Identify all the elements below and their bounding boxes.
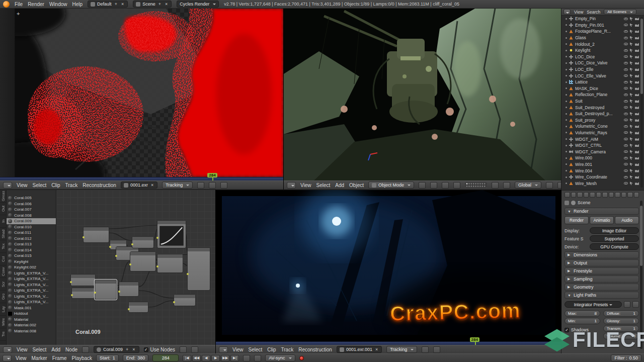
visibility-eye-icon[interactable] xyxy=(624,24,628,26)
expander-dot[interactable] xyxy=(566,81,567,83)
preset-add-button[interactable] xyxy=(624,301,630,308)
node[interactable] xyxy=(95,280,117,300)
category-tab[interactable]: Scr xyxy=(0,278,7,291)
pin-icon[interactable] xyxy=(422,346,429,353)
expander-dot[interactable] xyxy=(566,151,567,152)
renderable-camera-icon[interactable] xyxy=(635,100,639,103)
solve-icon[interactable] xyxy=(197,182,204,189)
visibility-eye-icon[interactable] xyxy=(624,81,628,83)
tree-unlink-button[interactable]: × xyxy=(131,347,136,352)
node[interactable] xyxy=(187,247,210,291)
property-value-dropdown[interactable]: Image Editor xyxy=(590,227,639,234)
renderable-camera-icon[interactable] xyxy=(635,138,639,141)
renderable-camera-icon[interactable] xyxy=(635,163,639,166)
outliner-row[interactable]: Glass xyxy=(561,35,640,41)
renderable-camera-icon[interactable] xyxy=(635,74,639,77)
properties-section-header[interactable]: ▶ Geometry xyxy=(565,284,639,291)
object-name[interactable]: Volumetric_Rays xyxy=(575,130,622,135)
material-list-item[interactable]: Keylight xyxy=(7,259,56,265)
category-tab[interactable]: Shad xyxy=(0,228,7,240)
properties-section-header[interactable]: ▶ Dimensions xyxy=(565,251,639,258)
material-list-item[interactable]: Material xyxy=(7,317,56,323)
expander-dot[interactable] xyxy=(566,69,567,70)
visibility-eye-icon[interactable] xyxy=(624,125,628,128)
orientation-selector[interactable]: Global xyxy=(515,182,541,189)
expander-dot[interactable] xyxy=(566,119,567,121)
property-value-dropdown[interactable]: GPU Compute xyxy=(590,243,639,250)
properties-tab-icon[interactable] xyxy=(577,192,583,198)
material-list-item[interactable]: Lights_EXTRA_V... xyxy=(7,270,56,277)
pin-icon[interactable] xyxy=(209,182,216,189)
outliner-row[interactable]: Wire.001 xyxy=(561,161,640,168)
visibility-eye-icon[interactable] xyxy=(624,43,628,45)
selectable-arrow-icon[interactable] xyxy=(630,162,633,166)
material-list-item[interactable]: Lights_EXTRA_V... xyxy=(7,299,56,305)
menu-item[interactable]: Reconstruction xyxy=(298,347,332,352)
properties-tab-icon[interactable] xyxy=(590,192,595,198)
expander-dot[interactable] xyxy=(566,183,567,184)
properties-tab-icon[interactable] xyxy=(596,192,602,198)
layout-close-button[interactable]: × xyxy=(120,2,125,7)
selectable-arrow-icon[interactable] xyxy=(630,42,633,46)
outliner-row[interactable]: Volumetric_Cone xyxy=(561,123,640,130)
outliner-row[interactable]: Keylight xyxy=(561,47,640,54)
outliner-display-mode[interactable]: All Scenes xyxy=(604,9,636,15)
object-name[interactable]: LOC_Elle_Valve xyxy=(575,73,622,78)
selectable-arrow-icon[interactable] xyxy=(630,30,633,33)
transport-button[interactable]: ▶| xyxy=(230,355,239,361)
menu-item[interactable]: View xyxy=(300,183,311,188)
category-tab[interactable]: Greas xyxy=(0,190,7,203)
category-tab[interactable]: Out xyxy=(0,203,7,215)
object-name[interactable]: Suit_Destroyed_p... xyxy=(575,111,622,116)
selectable-arrow-icon[interactable] xyxy=(630,125,633,128)
integrator-presets-dropdown[interactable]: Integrator Presets xyxy=(565,301,622,308)
manipulator-rotate-icon[interactable] xyxy=(453,182,460,189)
visibility-eye-icon[interactable] xyxy=(624,55,628,58)
category-tab[interactable]: Col xyxy=(0,253,7,265)
renderable-camera-icon[interactable] xyxy=(635,87,639,90)
selectable-arrow-icon[interactable] xyxy=(630,86,633,90)
menu-item[interactable]: Track xyxy=(65,183,78,188)
selectable-arrow-icon[interactable] xyxy=(630,175,633,179)
renderable-camera-icon[interactable] xyxy=(635,112,639,115)
property-value-dropdown[interactable]: Supported xyxy=(590,235,639,242)
visibility-eye-icon[interactable] xyxy=(624,169,628,172)
object-name[interactable]: Glass xyxy=(575,35,622,40)
object-name[interactable]: Wire_Mesh xyxy=(575,181,622,186)
material-list-item[interactable]: Coral.005 xyxy=(7,195,56,201)
expander-dot[interactable] xyxy=(566,176,567,178)
renderable-camera-icon[interactable] xyxy=(635,30,639,33)
render-engine-selector[interactable]: Cycles Render xyxy=(177,1,219,8)
outliner-view-menu[interactable]: View xyxy=(574,10,583,15)
selectable-arrow-icon[interactable] xyxy=(630,61,633,65)
editor-type-icon[interactable] xyxy=(564,9,571,15)
outliner-row[interactable]: Wire.004 xyxy=(561,167,640,174)
material-list-item[interactable]: Lights_EXTRA_V... xyxy=(7,276,56,282)
preset-remove-button[interactable] xyxy=(632,301,639,308)
selectable-arrow-icon[interactable] xyxy=(630,23,633,27)
visibility-eye-icon[interactable] xyxy=(624,100,628,103)
renderable-camera-icon[interactable] xyxy=(635,156,639,159)
expander-dot[interactable] xyxy=(566,87,567,89)
clip-cache-strip[interactable]: 284 xyxy=(0,177,283,180)
outliner-row[interactable]: Suit_Destroyed xyxy=(561,104,640,111)
renderable-camera-icon[interactable] xyxy=(635,106,639,109)
current-frame-field[interactable]: 284 xyxy=(152,354,179,361)
outliner-row[interactable]: LOC_Elle xyxy=(561,66,640,73)
visibility-eye-icon[interactable] xyxy=(624,94,628,96)
expander-dot[interactable] xyxy=(566,101,567,102)
material-list-item[interactable]: Coral.012 xyxy=(7,236,56,242)
material-list-item[interactable]: Coral.007 xyxy=(7,207,56,213)
visibility-eye-icon[interactable] xyxy=(624,37,628,39)
lock-icon[interactable] xyxy=(492,182,499,189)
visibility-eye-icon[interactable] xyxy=(624,131,628,134)
renderable-camera-icon[interactable] xyxy=(635,125,639,128)
properties-tab-icon[interactable] xyxy=(627,192,633,198)
editor-type-icon[interactable] xyxy=(3,182,12,189)
visibility-eye-icon[interactable] xyxy=(624,150,628,153)
menu-item[interactable]: Render xyxy=(28,2,44,7)
keying-set-icon[interactable] xyxy=(254,355,261,361)
category-tab[interactable]: Lay xyxy=(0,303,7,316)
outliner-row[interactable]: Wire_Mesh xyxy=(561,180,640,187)
expander-dot[interactable] xyxy=(566,145,567,146)
